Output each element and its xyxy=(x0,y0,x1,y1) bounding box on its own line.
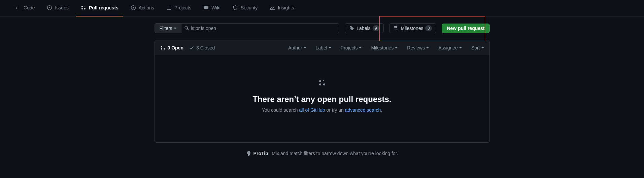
tab-label: Actions xyxy=(139,5,154,10)
tab-label: Projects xyxy=(174,5,192,10)
milestones-label: Milestones xyxy=(401,26,423,31)
filter-projects[interactable]: Projects xyxy=(341,45,362,50)
search-icon xyxy=(184,26,190,31)
closed-state-link[interactable]: 3 Closed xyxy=(189,45,215,50)
pr-list-box: 0 Open 3 Closed Author Label Projects Mi… xyxy=(155,40,490,143)
chevron-down-icon xyxy=(174,28,176,29)
closed-count-label: 3 Closed xyxy=(196,45,215,50)
header-filters: Author Label Projects Milestones Reviews… xyxy=(288,45,484,50)
tab-label: Insights xyxy=(278,5,294,10)
filter-author[interactable]: Author xyxy=(288,45,306,50)
filter-toolbar: Filters Labels 9 Milestones 0 New pull r… xyxy=(155,23,490,33)
open-count-label: 0 Open xyxy=(168,45,183,50)
chevron-down-icon xyxy=(304,47,306,48)
chevron-down-icon xyxy=(395,47,398,48)
filter-sort[interactable]: Sort xyxy=(471,45,484,50)
advanced-search-link[interactable]: advanced search xyxy=(345,107,381,113)
milestones-button[interactable]: Milestones 0 xyxy=(389,23,437,33)
filter-assignee[interactable]: Assignee xyxy=(438,45,462,50)
content-container: Filters Labels 9 Milestones 0 New pull r… xyxy=(155,16,490,156)
tab-label: Security xyxy=(241,5,258,10)
issue-icon xyxy=(47,5,52,10)
tab-code[interactable]: Code xyxy=(11,0,39,16)
filters-label: Filters xyxy=(160,26,172,31)
protip-label: ProTip! xyxy=(253,151,270,156)
code-icon xyxy=(15,5,21,10)
book-icon xyxy=(203,5,209,10)
play-icon xyxy=(131,5,136,10)
new-pull-request-button[interactable]: New pull request xyxy=(442,24,489,33)
empty-hint: You could search all of GitHub or try an… xyxy=(168,107,476,113)
tag-icon xyxy=(349,26,354,31)
git-pull-request-icon xyxy=(160,45,166,50)
tab-label: Pull requests xyxy=(89,5,118,10)
state-toggles: 0 Open 3 Closed xyxy=(160,45,215,50)
search-input[interactable] xyxy=(190,24,337,33)
tab-insights[interactable]: Insights xyxy=(265,0,299,16)
search-group: Filters xyxy=(155,23,340,33)
table-icon xyxy=(166,5,172,10)
protip: ProTip! Mix and match filters to narrow … xyxy=(155,151,490,156)
filters-button[interactable]: Filters xyxy=(155,23,181,33)
chevron-down-icon xyxy=(481,47,484,48)
open-state-link[interactable]: 0 Open xyxy=(160,45,183,50)
search-wrap xyxy=(181,23,340,33)
chevron-down-icon xyxy=(359,47,362,48)
check-icon xyxy=(189,45,194,50)
pr-list-header: 0 Open 3 Closed Author Label Projects Mi… xyxy=(155,40,489,55)
tab-label: Issues xyxy=(55,5,68,10)
new-pr-label: New pull request xyxy=(447,26,484,31)
labels-label: Labels xyxy=(357,26,370,31)
repo-nav: Code Issues Pull requests Actions Projec… xyxy=(0,0,644,16)
git-pull-request-icon xyxy=(81,5,86,10)
chevron-down-icon xyxy=(329,47,331,48)
labels-count: 9 xyxy=(373,25,379,31)
empty-state: There aren’t any open pull requests. You… xyxy=(155,55,489,142)
lightbulb-icon xyxy=(246,151,251,156)
graph-icon xyxy=(270,5,275,10)
shield-icon xyxy=(233,5,238,10)
tab-wiki[interactable]: Wiki xyxy=(199,0,225,16)
chevron-down-icon xyxy=(426,47,429,48)
git-pull-request-icon xyxy=(318,79,326,87)
chevron-down-icon xyxy=(459,47,462,48)
tab-actions[interactable]: Actions xyxy=(126,0,159,16)
all-of-github-link[interactable]: all of GitHub xyxy=(299,107,325,113)
tab-label: Wiki xyxy=(211,5,220,10)
empty-heading: There aren’t any open pull requests. xyxy=(168,95,476,104)
tab-label: Code xyxy=(24,5,35,10)
milestone-icon xyxy=(394,26,399,31)
protip-text: Mix and match filters to narrow down wha… xyxy=(272,151,398,156)
tab-pull-requests[interactable]: Pull requests xyxy=(76,0,123,16)
tab-issues[interactable]: Issues xyxy=(42,0,73,16)
tab-security[interactable]: Security xyxy=(228,0,263,16)
tab-projects[interactable]: Projects xyxy=(162,0,196,16)
filter-label[interactable]: Label xyxy=(316,45,331,50)
filter-milestones[interactable]: Milestones xyxy=(371,45,398,50)
filter-reviews[interactable]: Reviews xyxy=(407,45,429,50)
milestones-count: 0 xyxy=(425,25,432,31)
labels-button[interactable]: Labels 9 xyxy=(345,23,383,33)
